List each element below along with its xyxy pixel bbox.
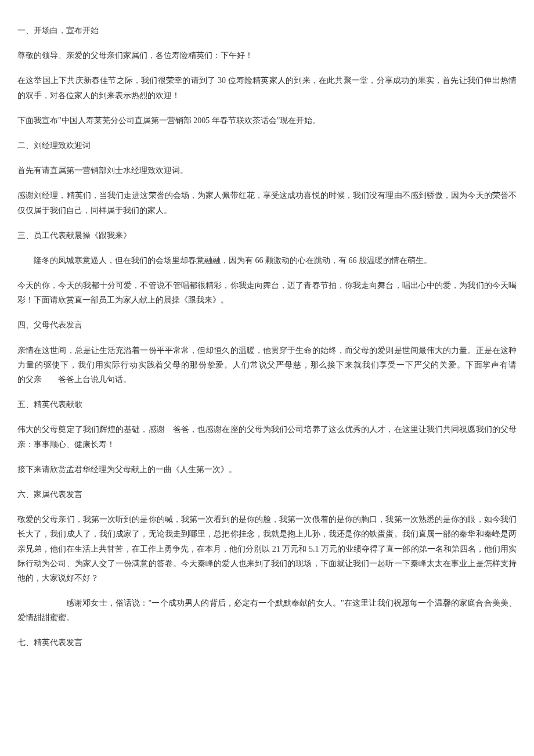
paragraph: 隆冬的凤城寒意逼人，但在我们的会场里却春意融融，因为有 66 颗激动的心在跳动，… [17,253,517,268]
paragraph: 六、家属代表发言 [17,487,517,502]
paragraph: 四、父母代表发言 [17,318,517,332]
paragraph: 二、刘经理致欢迎词 [17,138,517,153]
paragraph: 接下来请欣赏孟君华经理为父母献上的一曲《人生第一次》。 [17,462,517,477]
paragraph: 敬爱的父母亲们，我第一次听到的是你的喊，我第一次看到的是你的脸，我第一次偎着的是… [17,512,517,585]
paragraph: 五、精英代表献歌 [17,397,517,412]
paragraph: 在这举国上下共庆新春佳节之际，我们很荣幸的请到了 30 位寿险精英家人的到来，在… [17,73,517,102]
paragraph: 三、员工代表献晨操《跟我来》 [17,228,517,243]
paragraph: 一、开场白，宣布开始 [17,23,517,38]
paragraph: 感谢刘经理，精英们，当我们走进这荣誉的会场，为家人佩带红花，享受这成功喜悦的时候… [17,188,517,217]
paragraph: 今天的你，今天的我都十分可爱，不管说不管唱都很精彩，你我走向舞台，迈了青春节拍，… [17,278,517,307]
paragraph: 感谢邓女士，俗话说："一个成功男人的背后，必定有一个默默奉献的女人。"在这里让我… [17,596,517,625]
paragraph: 伟大的父母奠定了我们辉煌的基础，感谢 爸爸，也感谢在座的父母为我们公司培养了这么… [17,422,517,451]
document-body: 一、开场白，宣布开始尊敬的领导、亲爱的父母亲们家属们，各位寿险精英们：下午好！在… [17,23,517,650]
paragraph: 首先有请直属第一营销部刘士水经理致欢迎词。 [17,163,517,178]
paragraph: 尊敬的领导、亲爱的父母亲们家属们，各位寿险精英们：下午好！ [17,48,517,63]
paragraph: 七、精英代表发言 [17,635,517,650]
paragraph: 亲情在这世间，总是让生活充溢着一份平平常常，但却恒久的温暖，他贯穿于生命的始终，… [17,343,517,387]
paragraph: 下面我宣布"中国人寿莱芜分公司直属第一营销部 2005 年春节联欢茶话会"现在开… [17,113,517,128]
